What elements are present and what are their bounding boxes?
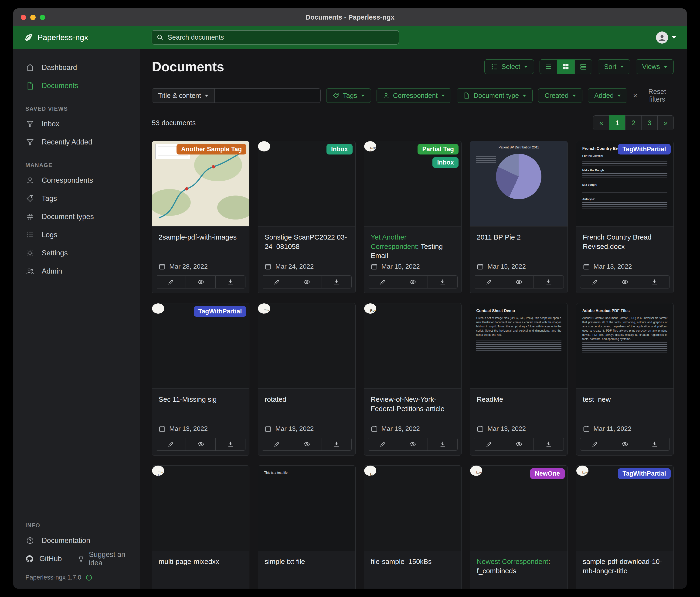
document-card[interactable]: 11. CONTINUING MEDICAL EDUCATION TagWith… xyxy=(152,303,249,456)
sidebar-item-dashboard[interactable]: Dashboard xyxy=(13,58,140,77)
tag-badge[interactable]: TagWithPartial xyxy=(194,306,247,317)
document-title[interactable]: simple txt file xyxy=(265,557,349,566)
tag-badge[interactable]: Inbox xyxy=(432,157,458,168)
edit-button[interactable] xyxy=(474,276,504,288)
document-title[interactable]: rotated xyxy=(265,395,349,404)
document-title[interactable]: Newest Correspondent: f_combineds xyxy=(477,557,561,575)
document-card[interactable]: Release NotesSimba ODBC Driver for SQL S… xyxy=(364,141,461,293)
global-search[interactable] xyxy=(152,30,399,45)
edit-button[interactable] xyxy=(474,438,504,451)
view-details-button[interactable] xyxy=(574,59,592,74)
sidebar-item-suggest-idea[interactable]: Suggest an idea xyxy=(78,550,140,567)
minimize-window-button[interactable] xyxy=(30,15,35,20)
close-window-button[interactable] xyxy=(21,15,26,20)
document-card[interactable]: Patient BP Distribution 2011 2011 BP Pie… xyxy=(470,141,568,293)
edit-button[interactable] xyxy=(580,276,610,288)
document-thumbnail[interactable]: Lorem ipsum dolor sit amet, consectetur … xyxy=(470,465,567,551)
document-title[interactable]: Sonstige ScanPC2022 03-24_081058 xyxy=(265,233,349,251)
document-card[interactable]: French Country BreadFor the Leaven:Make … xyxy=(576,141,674,293)
document-thumbnail[interactable]: French Country BreadFor the Leaven:Make … xyxy=(576,141,673,226)
download-button[interactable] xyxy=(216,276,246,288)
title-content-dropdown[interactable]: Title & content xyxy=(152,88,215,103)
tag-badge[interactable]: Another Sample Tag xyxy=(176,144,247,154)
document-title[interactable]: Yet Another Correspondent: Testing Email xyxy=(371,233,455,260)
sort-button[interactable]: Sort xyxy=(598,59,630,74)
document-title[interactable]: sample-pdf-download-10-mb-longer-title xyxy=(583,557,667,575)
document-card[interactable]: Lorem ipsumLorem ipsum dolor sit amet, c… xyxy=(364,465,461,589)
sidebar-item-correspondents[interactable]: Correspondents xyxy=(13,171,140,189)
edit-button[interactable] xyxy=(156,276,186,288)
view-button[interactable] xyxy=(610,276,640,288)
title-filter-input[interactable] xyxy=(215,88,321,103)
document-thumbnail[interactable]: Contact Sheet DemoGiven a set of image f… xyxy=(470,303,567,389)
document-thumbnail[interactable]: Patient BP Distribution 2011 xyxy=(470,141,567,226)
view-button[interactable] xyxy=(292,438,322,451)
document-type-filter-button[interactable]: Document type xyxy=(457,88,532,103)
download-button[interactable] xyxy=(216,438,246,451)
download-button[interactable] xyxy=(533,276,564,288)
document-thumbnail[interactable]: This is a multi page document. Page 1. xyxy=(152,465,249,551)
edit-button[interactable] xyxy=(262,276,292,288)
download-button[interactable] xyxy=(322,438,352,451)
search-input[interactable] xyxy=(168,33,394,41)
edit-button[interactable] xyxy=(368,276,398,288)
document-card[interactable]: This is a test file. simple txt file xyxy=(258,465,355,589)
correspondent-link[interactable]: Newest Correspondent xyxy=(477,558,548,565)
sidebar-item-recently-added[interactable]: Recently Added xyxy=(13,133,140,151)
document-title[interactable]: 2011 BP Pie 2 xyxy=(477,233,561,242)
view-button[interactable] xyxy=(292,276,322,288)
view-button[interactable] xyxy=(185,438,216,451)
document-title[interactable]: 2sample-pdf-with-images xyxy=(158,233,243,242)
document-title[interactable]: multi-page-mixedxx xyxy=(158,557,243,566)
pagination-page-2[interactable]: 2 xyxy=(625,115,642,130)
edit-button[interactable] xyxy=(262,438,292,451)
view-button[interactable] xyxy=(610,438,640,451)
pagination-page-1[interactable]: 1 xyxy=(609,115,625,130)
correspondent-link[interactable]: Yet Another Correspondent xyxy=(371,233,417,250)
download-button[interactable] xyxy=(428,438,457,451)
document-title[interactable]: file-sample_150kBs xyxy=(371,557,455,566)
zoom-window-button[interactable] xyxy=(40,15,45,20)
tag-badge[interactable]: TagWithPartial xyxy=(618,469,671,479)
sidebar-item-documents[interactable]: Documents xyxy=(13,77,140,95)
added-filter-button[interactable]: Added xyxy=(588,88,628,103)
sidebar-item-logs[interactable]: Logs xyxy=(13,226,140,244)
reset-filters-button[interactable]: × Reset filters xyxy=(633,88,674,103)
view-button[interactable] xyxy=(504,276,534,288)
document-thumbnail[interactable]: 11. CONTINUING MEDICAL EDUCATION TagWith… xyxy=(152,303,249,389)
pagination-last[interactable]: » xyxy=(657,115,674,130)
sidebar-item-tags[interactable]: Tags xyxy=(13,189,140,208)
pagination-page-3[interactable]: 3 xyxy=(641,115,658,130)
sidebar-item-document-types[interactable]: Document types xyxy=(13,208,140,226)
tag-badge[interactable]: TagWithPartial xyxy=(618,144,671,154)
download-button[interactable] xyxy=(640,438,670,451)
document-thumbnail[interactable]: Review of New York Federal Petitions for… xyxy=(364,303,461,389)
view-button[interactable] xyxy=(185,276,216,288)
brand[interactable]: Paperless-ngx xyxy=(23,32,88,43)
download-button[interactable] xyxy=(533,438,564,451)
document-title[interactable]: Review-of-New-York-Federal-Petitions-art… xyxy=(371,395,455,413)
edit-button[interactable] xyxy=(156,438,186,451)
sidebar-item-admin[interactable]: Admin xyxy=(13,262,140,280)
document-thumbnail[interactable]: This is a test for the double space char… xyxy=(258,141,355,226)
document-card[interactable]: Adobe Acrobat PDF FilesAdobe® Portable D… xyxy=(576,303,674,456)
tag-badge[interactable]: NewOne xyxy=(530,469,565,479)
tag-badge[interactable]: Partial Tag xyxy=(418,144,458,154)
document-card[interactable]: Contact Sheet DemoGiven a set of image f… xyxy=(470,303,568,456)
document-card[interactable]: This is a multi page document. Page 1. m… xyxy=(152,465,249,589)
document-card[interactable]: Review of New York Federal Petitions for… xyxy=(364,303,461,456)
pagination-first[interactable]: « xyxy=(593,115,609,130)
document-title[interactable]: ReadMe xyxy=(477,395,561,404)
views-button[interactable]: Views xyxy=(636,59,674,74)
document-thumbnail[interactable]: Another Sample Tag xyxy=(152,141,249,226)
tag-badge[interactable]: Inbox xyxy=(326,144,353,154)
document-thumbnail[interactable]: Lorem ipsumLorem ipsum dolor sit amet, c… xyxy=(364,465,461,551)
document-card[interactable]: Lorem ipsum dolor sit amet, consectetur … xyxy=(576,465,674,589)
sidebar-item-documentation[interactable]: Documentation xyxy=(13,531,140,550)
document-card[interactable]: Another Sample Tag 2sample-pdf-with-imag… xyxy=(152,141,249,293)
created-filter-button[interactable]: Created xyxy=(538,88,582,103)
sidebar-item-settings[interactable]: Settings xyxy=(13,244,140,262)
document-title[interactable]: test_new xyxy=(583,395,667,404)
document-thumbnail[interactable]: This is a test file. xyxy=(258,465,355,551)
download-button[interactable] xyxy=(322,276,352,288)
